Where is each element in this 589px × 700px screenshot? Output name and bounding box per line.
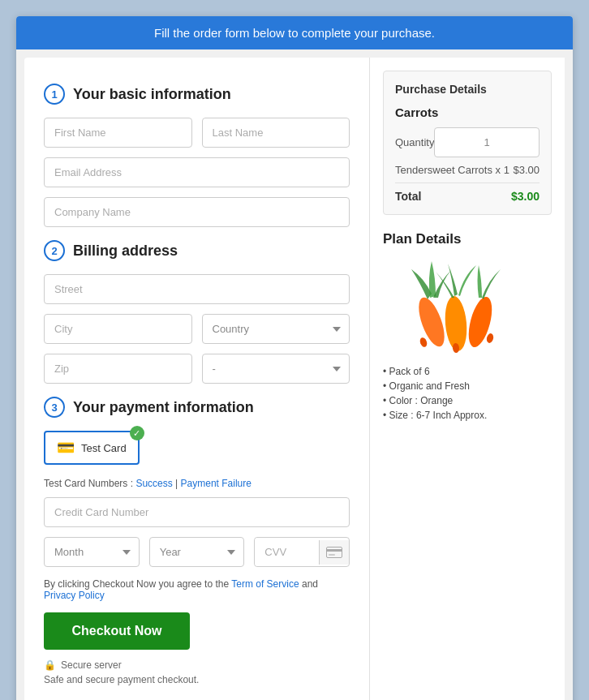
checkout-button[interactable]: Checkout Now	[44, 612, 190, 650]
section1-number: 1	[44, 84, 65, 105]
item-label: Tendersweet Carrots x 1	[395, 164, 509, 176]
purchase-details-box: Purchase Details Carrots Quantity Tender…	[383, 71, 552, 215]
lock-icon: 🔒	[44, 659, 56, 671]
city-input[interactable]	[44, 314, 192, 344]
country-group: Country United States United Kingdom Can…	[202, 314, 350, 344]
section3-header: 3 Your payment information	[44, 397, 350, 418]
section3-number: 3	[44, 397, 65, 418]
cvv-wrapper	[254, 537, 350, 567]
item-row: Tendersweet Carrots x 1 $3.00	[395, 164, 540, 183]
street-input[interactable]	[44, 274, 350, 304]
section2-number: 2	[44, 240, 65, 261]
last-name-group	[202, 118, 350, 148]
plan-details: Plan Details	[383, 231, 552, 423]
last-name-input[interactable]	[202, 118, 350, 148]
top-banner: Fill the order form below to complete yo…	[16, 16, 573, 49]
banner-text: Fill the order form below to complete yo…	[154, 26, 435, 40]
plan-feature-item: Organic and Fresh	[383, 379, 552, 393]
cc-row	[44, 497, 350, 527]
section2-header: 2 Billing address	[44, 240, 350, 261]
plan-feature-item: Size : 6-7 Inch Approx.	[383, 408, 552, 423]
plan-features: Pack of 6Organic and FreshColor : Orange…	[383, 364, 552, 423]
check-icon: ✓	[130, 426, 144, 440]
product-name: Carrots	[395, 105, 540, 119]
first-name-input[interactable]	[44, 118, 192, 148]
total-label: Total	[395, 190, 421, 203]
item-price: $3.00	[513, 164, 540, 176]
cc-input[interactable]	[44, 497, 350, 527]
month-group: Month 010203 040506 070809 101112	[44, 537, 140, 567]
state-group: - AL CA NY TX	[202, 354, 350, 384]
secure-server-label: Secure server	[61, 659, 122, 671]
country-select[interactable]: Country United States United Kingdom Can…	[202, 314, 350, 344]
email-group	[44, 157, 350, 187]
section1-title: Your basic information	[73, 86, 231, 103]
street-row	[44, 274, 350, 304]
total-row: Total $3.00	[395, 190, 540, 203]
main-content: 1 Your basic information	[24, 58, 565, 700]
cvv-group	[254, 537, 350, 567]
email-input[interactable]	[44, 157, 350, 187]
plan-feature-item: Color : Orange	[383, 393, 552, 408]
left-panel: 1 Your basic information	[24, 58, 370, 700]
plan-feature-item: Pack of 6	[383, 364, 552, 379]
svg-rect-1	[326, 549, 342, 552]
payment-card-container: 💳 Test Card ✓	[44, 431, 350, 478]
right-panel: Purchase Details Carrots Quantity Tender…	[370, 58, 565, 700]
company-group	[44, 197, 350, 227]
company-input[interactable]	[44, 197, 350, 227]
city-country-row: Country United States United Kingdom Can…	[44, 314, 350, 344]
zip-state-row: - AL CA NY TX	[44, 354, 350, 384]
privacy-link[interactable]: Privacy Policy	[44, 590, 105, 601]
state-select[interactable]: - AL CA NY TX	[202, 354, 350, 384]
section3-title: Your payment information	[73, 399, 254, 416]
terms-link[interactable]: Term of Service	[231, 578, 299, 590]
page-wrapper: Fill the order form below to complete yo…	[16, 16, 573, 700]
terms-text: By clicking Checkout Now you agree to th…	[44, 578, 350, 601]
company-row	[44, 197, 350, 227]
street-group	[44, 274, 350, 304]
section1-header: 1 Your basic information	[44, 84, 350, 105]
card-icon: 💳	[57, 439, 75, 457]
secure-checkout-text: Safe and secure payment checkout.	[44, 674, 350, 685]
test-card-button[interactable]: 💳 Test Card ✓	[44, 431, 140, 465]
purchase-details-title: Purchase Details	[395, 83, 540, 96]
name-row	[44, 118, 350, 148]
quantity-input[interactable]	[434, 127, 540, 157]
year-group: Year 202420252026 202720282029	[149, 537, 245, 567]
card-label: Test Card	[81, 442, 127, 454]
year-select[interactable]: Year 202420252026 202720282029	[149, 537, 245, 567]
email-row	[44, 157, 350, 187]
quantity-label: Quantity	[395, 136, 434, 148]
expiry-cvv-row: Month 010203 040506 070809 101112 Year 2…	[44, 537, 350, 567]
zip-group	[44, 354, 192, 384]
quantity-row: Quantity	[395, 127, 540, 157]
cvv-input[interactable]	[255, 538, 319, 566]
city-group	[44, 314, 192, 344]
test-card-info: Test Card Numbers : Success | Payment Fa…	[44, 478, 350, 489]
failure-link[interactable]: Payment Failure	[181, 478, 252, 489]
zip-input[interactable]	[44, 354, 192, 384]
cc-group	[44, 497, 350, 527]
svg-rect-0	[327, 547, 342, 557]
carrot-image	[383, 257, 529, 354]
first-name-group	[44, 118, 192, 148]
svg-rect-2	[329, 554, 335, 556]
cvv-card-icon	[319, 540, 349, 565]
total-amount: $3.00	[511, 190, 540, 203]
section2-title: Billing address	[73, 243, 178, 260]
plan-details-title: Plan Details	[383, 231, 552, 247]
secure-server-row: 🔒 Secure server	[44, 659, 350, 671]
month-select[interactable]: Month 010203 040506 070809 101112	[44, 537, 140, 567]
success-link[interactable]: Success	[135, 478, 172, 489]
